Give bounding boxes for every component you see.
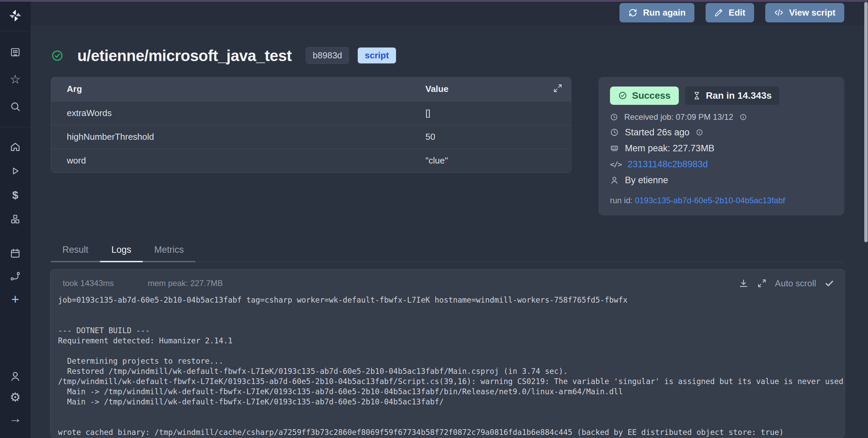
refresh-icon: [628, 8, 637, 17]
log-duration: took 14343ms: [63, 279, 114, 288]
pencil-icon: [714, 8, 723, 17]
collapse-arrow-right-icon[interactable]: →: [9, 412, 21, 424]
schedules-calendar-icon[interactable]: [9, 247, 21, 259]
received-job-row: Received job: 07:09 PM 13/12: [610, 112, 833, 122]
run-id-label: run id:: [610, 196, 633, 205]
arg-value: []: [426, 108, 571, 118]
code-icon: [774, 8, 784, 17]
success-check-circle-icon: [51, 49, 64, 62]
runs-play-icon[interactable]: [9, 165, 21, 177]
log-output: job=0193c135-ab7d-60e5-2b10-04b5ac13fabf…: [51, 291, 845, 437]
user-icon: [610, 176, 619, 185]
flows-route-icon[interactable]: [9, 270, 21, 282]
sidebar: ☆ $: [0, 0, 31, 438]
result-tabs: Result Logs Metrics: [51, 245, 844, 262]
run-id-link[interactable]: 0193c135-ab7d-60e5-2b10-04b5ac13fabf: [635, 196, 785, 205]
sidebar-bottom-group: ⚙ →: [0, 370, 31, 424]
expand-logs-icon[interactable]: [757, 278, 767, 288]
view-script-label: View script: [789, 7, 835, 18]
windmill-logo-icon: [8, 8, 23, 23]
arg-value: "clue": [426, 155, 571, 166]
args-table-header: Arg Value: [51, 77, 571, 101]
status-row: Success Ran in 14.343s: [610, 87, 833, 105]
search-icon[interactable]: [9, 100, 21, 113]
tab-metrics[interactable]: Metrics: [143, 245, 195, 262]
run-id-row: run id: 0193c135-ab7d-60e5-2b10-04b5ac13…: [610, 196, 833, 205]
edit-button[interactable]: Edit: [706, 3, 754, 22]
page-title: u/etienne/microsoft_java_test: [77, 46, 292, 65]
info-icon[interactable]: [739, 113, 747, 121]
sidebar-main-group: $: [0, 127, 31, 225]
sidebar-top-group: ☆: [0, 31, 31, 113]
hourglass-icon: [692, 91, 701, 100]
arg-name: extraWords: [51, 108, 426, 118]
variables-dollar-icon[interactable]: $: [9, 189, 21, 201]
view-script-button[interactable]: View script: [765, 3, 844, 22]
check-circle-icon: [618, 91, 627, 100]
tab-result[interactable]: Result: [51, 245, 100, 262]
author-label: By etienne: [625, 175, 668, 186]
mem-peak-row: Mem peak: 227.73MB: [610, 143, 833, 154]
table-row: word "clue": [51, 149, 571, 172]
table-row: highNumberThreshold 50: [51, 125, 571, 149]
author-row: By etienne: [610, 175, 833, 186]
sidebar-secondary-group: +: [0, 247, 31, 305]
main-content: Run again Edit View script u/etienne/mic…: [31, 0, 868, 438]
started-label: Started 26s ago: [625, 127, 690, 138]
duration-chip: Ran in 14.343s: [685, 87, 780, 105]
settings-gear-icon[interactable]: ⚙: [9, 391, 21, 403]
home-icon[interactable]: [9, 141, 21, 153]
arg-name: highNumberThreshold: [51, 132, 426, 142]
apps-icon[interactable]: [9, 46, 21, 58]
expand-args-icon[interactable]: [553, 83, 563, 93]
info-icon[interactable]: [696, 129, 703, 136]
received-job-label: Received job: 07:09 PM 13/12: [624, 112, 733, 122]
download-logs-icon[interactable]: [738, 278, 749, 288]
args-table: Arg Value extraWords [] highNumberThresh…: [51, 77, 571, 173]
script-type-badge[interactable]: script: [358, 47, 396, 63]
hash-badge: b8983d: [306, 47, 349, 64]
windmill-logo[interactable]: [0, 0, 31, 31]
log-toolbar: took 14343ms mem peak: 227.7MB Auto scro…: [51, 269, 845, 291]
code-icon: </>: [610, 160, 622, 169]
arg-value: 50: [426, 132, 571, 142]
status-label: Success: [632, 90, 671, 101]
title-row: u/etienne/microsoft_java_test b8983d scr…: [51, 46, 844, 65]
add-plus-icon[interactable]: +: [9, 293, 21, 305]
edit-label: Edit: [729, 7, 745, 18]
resources-boxes-icon[interactable]: [9, 213, 21, 225]
started-row: Started 26s ago: [610, 127, 833, 138]
log-panel: took 14343ms mem peak: 227.7MB Auto scro…: [50, 269, 845, 438]
mem-peak-label: Mem peak: 227.73MB: [625, 143, 714, 154]
account-user-icon[interactable]: [9, 370, 21, 382]
run-again-button[interactable]: Run again: [619, 3, 694, 22]
script-hash-row: </> 23131148c2b8983d: [610, 159, 833, 170]
arg-name: word: [51, 155, 426, 166]
job-details-panel: Success Ran in 14.343s Received job: 07:…: [598, 77, 844, 215]
args-col-header: Arg: [51, 84, 426, 94]
topbar: Run again Edit View script: [31, 0, 868, 25]
table-row: extraWords []: [51, 101, 571, 125]
script-hash-link[interactable]: 23131148c2b8983d: [628, 159, 708, 170]
clock-icon: [610, 128, 619, 137]
content-row: Arg Value extraWords [] highNumberThresh…: [51, 77, 844, 215]
value-col-header: Value: [426, 84, 571, 94]
log-mem-peak: mem peak: 227.7MB: [148, 279, 223, 288]
window-top-strip: [0, 0, 868, 2]
status-badge: Success: [610, 87, 679, 105]
page-scrollbar[interactable]: [864, 2, 868, 242]
memory-chip-icon: [610, 144, 619, 153]
run-again-label: Run again: [643, 7, 686, 18]
tab-logs[interactable]: Logs: [100, 245, 143, 262]
clock-icon: [610, 113, 618, 121]
favorites-star-icon[interactable]: ☆: [9, 73, 21, 85]
auto-scroll-checkbox[interactable]: [824, 278, 834, 288]
duration-label: Ran in 14.343s: [706, 90, 772, 101]
auto-scroll-label: Auto scroll: [775, 278, 816, 289]
